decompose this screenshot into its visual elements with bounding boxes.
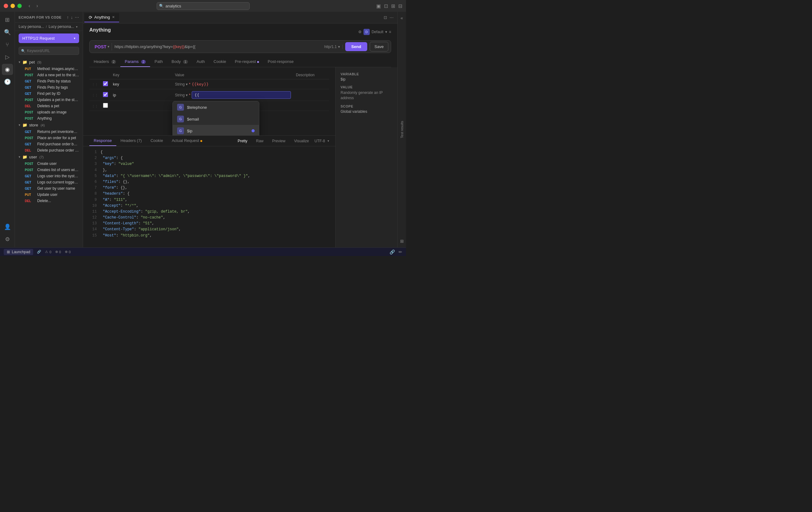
new-request-button[interactable]: HTTP1/2 Request ▾: [19, 33, 79, 43]
sidebar-search-input[interactable]: [19, 47, 79, 55]
titlebar-search-input[interactable]: [156, 2, 250, 10]
folder-store[interactable]: ▾ 📁 store (4): [15, 121, 83, 129]
format-raw[interactable]: Raw: [253, 138, 266, 144]
http-version-selector[interactable]: http/1.1 ▾: [322, 44, 343, 49]
encoding-chevron[interactable]: ▾: [327, 139, 329, 143]
format-visualize[interactable]: Visualize: [291, 138, 312, 144]
api-item-post-createuser[interactable]: POST Create user: [15, 160, 83, 167]
forward-button[interactable]: ›: [34, 2, 40, 9]
menu-icon[interactable]: ≡: [389, 30, 391, 34]
sub-tab-cookie[interactable]: Cookie: [209, 57, 230, 67]
workspace-left[interactable]: Lucy persona...: [19, 25, 44, 29]
drag-handle-1[interactable]: ⋮⋮: [92, 83, 98, 86]
folder-pet[interactable]: ▾ 📁 pet (9): [15, 59, 83, 66]
activity-settings-icon[interactable]: ⚙: [2, 234, 13, 245]
param-value-input-2[interactable]: [192, 91, 291, 99]
ac-item-email[interactable]: G $email: [173, 113, 259, 125]
sub-tab-auth[interactable]: Auth: [192, 57, 209, 67]
layout-icon-1[interactable]: ▣: [376, 3, 381, 9]
type-selector-2[interactable]: String ▾: [175, 93, 187, 97]
param-check-3[interactable]: [103, 103, 108, 108]
activity-run-icon[interactable]: ▷: [2, 52, 13, 63]
ac-item-telephone[interactable]: G $telephone: [173, 101, 259, 113]
sub-tab-params[interactable]: Params 2: [120, 57, 150, 67]
api-item-del-deleteorder[interactable]: DEL Delete purchase order by ID: [15, 147, 83, 153]
api-item-post-order[interactable]: POST Place an order for a pet: [15, 135, 83, 141]
status-chain-icon[interactable]: 🔗: [389, 249, 395, 254]
api-item-get-findsbytags[interactable]: GET Finds Pets by tags: [15, 84, 83, 90]
api-item-get-findsbystatus[interactable]: GET Finds Pets by status: [15, 78, 83, 84]
api-item-post-uploadimage[interactable]: POST uploads an image: [15, 109, 83, 115]
maximize-button[interactable]: [18, 4, 22, 8]
api-item-put-batchannotate[interactable]: PUT Method: images.asyncBatchAnnotate: [15, 66, 83, 72]
param-check-1[interactable]: [103, 81, 108, 86]
format-preview[interactable]: Preview: [269, 138, 289, 144]
collapse-icon[interactable]: «: [400, 14, 404, 22]
settings-icon[interactable]: ⚙: [358, 30, 361, 34]
download-icon[interactable]: ↓: [71, 15, 73, 20]
split-editor-icon[interactable]: ⊡: [384, 15, 387, 20]
activity-git-icon[interactable]: ⑂: [2, 39, 13, 50]
upload-icon[interactable]: ↑: [67, 15, 69, 20]
back-button[interactable]: ‹: [27, 2, 32, 9]
minimize-button[interactable]: [10, 4, 15, 8]
close-button[interactable]: [4, 4, 8, 8]
ac-active-indicator: [252, 129, 255, 132]
activity-search-icon[interactable]: 🔍: [2, 27, 13, 38]
activity-account-icon[interactable]: 👤: [2, 221, 13, 233]
folder-user[interactable]: ▾ 📁 user (7): [15, 153, 83, 160]
sub-tab-prerequest[interactable]: Pre-request: [230, 57, 263, 67]
panel-title-row: Anything ⚙ D Default ▾ ≡: [89, 27, 391, 36]
api-item-del-deleteuser[interactable]: DEL Delete...: [15, 198, 83, 204]
expand-icon[interactable]: ⊞: [399, 237, 405, 245]
sub-tab-headers[interactable]: Headers 2: [89, 57, 120, 67]
sub-tab-path[interactable]: Path: [150, 57, 167, 67]
ac-item-ip[interactable]: G $ip: [173, 125, 259, 135]
layout-icon-2[interactable]: ⊡: [384, 3, 388, 9]
more-tabs-icon[interactable]: ⋯: [389, 15, 394, 20]
layout-icon-3[interactable]: ⊞: [391, 3, 395, 9]
tab-close-anything[interactable]: ✕: [112, 15, 115, 19]
activity-echoapi-icon[interactable]: ◉: [2, 64, 13, 75]
api-item-get-logoutuser[interactable]: GET Logs out current logged in user sess…: [15, 179, 83, 185]
layout-icon-4[interactable]: ⊟: [398, 3, 402, 9]
workspace-chevron-right[interactable]: ▾: [76, 25, 78, 29]
drag-handle-2[interactable]: ⋮⋮: [92, 94, 98, 97]
status-edit-icon[interactable]: ✏: [399, 249, 402, 254]
activity-history-icon[interactable]: 🕐: [2, 76, 13, 87]
param-required-2: *: [189, 93, 191, 97]
resp-tab-headers[interactable]: Headers (7): [116, 136, 146, 146]
sub-tab-postresponse[interactable]: Post-response: [263, 57, 298, 67]
drag-handle-3[interactable]: ⋮⋮: [92, 104, 98, 108]
api-item-get-loginuser[interactable]: GET Logs user into the system: [15, 173, 83, 179]
save-button[interactable]: Save: [370, 42, 388, 52]
api-item-get-findpetbyid[interactable]: GET Find pet by ID: [15, 90, 83, 97]
more-icon[interactable]: ⋯: [75, 15, 79, 20]
api-item-put-updateuser[interactable]: PUT Update user: [15, 191, 83, 198]
resp-tab-cookie[interactable]: Cookie: [146, 136, 167, 146]
launchpad-button[interactable]: ⊞ Launchpad: [4, 249, 33, 255]
default-label[interactable]: Default: [372, 30, 383, 34]
resp-tab-actualrequest[interactable]: Actual Request: [168, 136, 207, 146]
resp-tab-response[interactable]: Response: [89, 136, 116, 146]
param-check-2[interactable]: [103, 92, 108, 97]
method-selector[interactable]: POST ▾: [92, 43, 112, 51]
send-button[interactable]: Send: [345, 42, 368, 51]
api-item-get-userbyname[interactable]: GET Get user by user name: [15, 185, 83, 191]
test-results-label[interactable]: Test results: [398, 118, 406, 141]
api-item-post-createuserslist[interactable]: POST Creates list of users with given in…: [15, 167, 83, 173]
api-item-get-inventory[interactable]: GET Returns pet inventories by status: [15, 129, 83, 135]
sub-tab-body[interactable]: Body 1: [167, 57, 192, 67]
activity-explorer-icon[interactable]: ⊞: [2, 14, 13, 25]
type-label-1: String: [175, 82, 184, 87]
format-pretty[interactable]: Pretty: [234, 138, 250, 144]
api-item-post-anything[interactable]: POST Anything: [15, 115, 83, 121]
api-item-del-deletepet[interactable]: DEL Deletes a pet: [15, 103, 83, 109]
workspace-right[interactable]: Lucy persona...: [49, 25, 74, 29]
type-selector-1[interactable]: String ▾: [175, 82, 187, 87]
param-desc-1: [293, 79, 329, 89]
api-item-post-addpet[interactable]: POST Add a new pet to the store: [15, 72, 83, 78]
api-item-get-orderbyid[interactable]: GET Find purchase order by ID: [15, 141, 83, 147]
tab-anything[interactable]: ⟳ Anything ✕: [84, 13, 119, 22]
api-item-post-updatepet[interactable]: POST Updates a pet in the store with for…: [15, 97, 83, 103]
